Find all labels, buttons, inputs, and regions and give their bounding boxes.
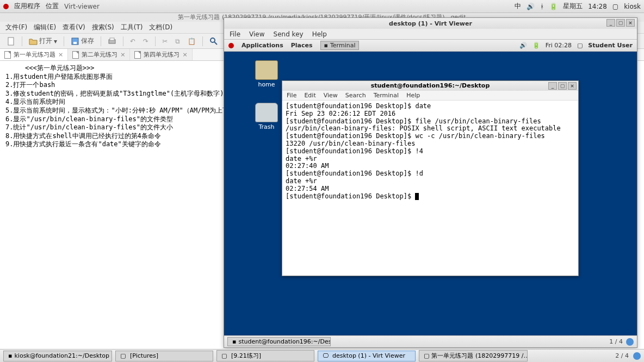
gedit-menu-file[interactable]: 文件(F) — [5, 23, 27, 32]
virt-menu-view[interactable]: View — [249, 30, 264, 38]
user-menu[interactable]: kiosk — [624, 3, 641, 10]
terminal-body[interactable]: [student@foundation196 Desktop]$ date Fr… — [282, 101, 578, 202]
folder-icon: ▢ — [120, 352, 128, 360]
battery-icon[interactable]: 🔋 — [532, 42, 540, 49]
show-desktop-icon[interactable] — [633, 352, 641, 360]
paste-button[interactable]: 📋 — [185, 36, 198, 46]
virt-menu-sendkey[interactable]: Send key — [274, 30, 304, 38]
cut-button[interactable]: ✂ — [160, 36, 170, 46]
doc-icon — [134, 51, 141, 59]
close-icon[interactable]: × — [58, 51, 63, 58]
user-icon: ▢ — [612, 3, 618, 10]
inner-menu-applications[interactable]: Applications — [242, 42, 283, 49]
tab-unit4[interactable]: 第四单元练习× — [130, 49, 192, 60]
display-icon: 🖵 — [323, 352, 330, 360]
doc-icon — [4, 51, 11, 59]
terminal-menu-help[interactable]: Help — [406, 92, 420, 99]
virt-viewer-window: desktop (1) - Virt Viewer _ ▢ × File Vie… — [224, 17, 637, 348]
inner-menu-terminal[interactable]: ▪ Terminal — [320, 41, 360, 50]
close-icon[interactable]: × — [182, 51, 187, 58]
clock-time[interactable]: 14:28 — [588, 3, 607, 10]
open-button[interactable]: 打开 ▾ — [27, 35, 59, 47]
terminal-icon: ▪ — [8, 352, 12, 360]
workspace-indicator[interactable]: 2 / 4 — [615, 352, 629, 359]
minimize-button[interactable]: _ — [548, 82, 557, 90]
menu-places[interactable]: 位置 — [46, 2, 59, 11]
gedit-menu-edit[interactable]: 编辑(E) — [34, 23, 56, 32]
menu-virtviewer[interactable]: Virt-viewer — [64, 3, 100, 10]
battery-icon[interactable]: 🔋 — [549, 3, 558, 10]
copy-button[interactable]: ⧉ — [173, 36, 182, 46]
task-virtviewer[interactable]: 🖵desktop (1) - Virt Viewer — [318, 351, 416, 361]
terminal-menu-terminal[interactable]: Terminal — [374, 92, 399, 99]
inner-clock[interactable]: Fri 02:28 — [546, 42, 572, 49]
terminal-menubar: File Edit View Search Terminal Help — [282, 91, 578, 101]
gedit-menu-tools[interactable]: 工具(T) — [121, 23, 143, 32]
virt-titlebar[interactable]: desktop (1) - Virt Viewer _ ▢ × — [224, 18, 637, 29]
terminal-menu-search[interactable]: Search — [345, 92, 366, 99]
gedit-menu-view[interactable]: 查看(V) — [63, 23, 85, 32]
virt-menu-file[interactable]: File — [230, 30, 240, 38]
svg-point-5 — [210, 38, 215, 42]
close-icon[interactable]: × — [120, 51, 125, 58]
minimize-button[interactable]: _ — [606, 19, 615, 27]
virt-menu-help[interactable]: Help — [312, 30, 327, 38]
outer-bottombar: ▪kiosk@foundation21:~/Desktop ▢[Pictures… — [0, 349, 644, 362]
redo-button[interactable]: ↷ — [141, 36, 151, 46]
inner-user-menu[interactable]: Student User — [588, 42, 633, 49]
inner-menu-places[interactable]: Places — [291, 42, 313, 49]
trash-icon[interactable]: Trash — [250, 103, 283, 130]
save-button[interactable]: 保存 — [69, 35, 96, 47]
close-button[interactable]: × — [568, 82, 577, 90]
task-gedit[interactable]: ▢第一单元练习题 (18202997719 /… — [419, 350, 528, 361]
svg-rect-4 — [110, 38, 114, 40]
task-921[interactable]: ▢[9.21练习] — [216, 350, 314, 361]
virt-menubar: File View Send key Help — [224, 29, 637, 40]
svg-rect-0 — [8, 38, 14, 45]
folder-icon: ▢ — [221, 352, 229, 360]
terminal-menu-edit[interactable]: Edit — [304, 92, 315, 99]
home-folder-icon[interactable]: home — [250, 60, 283, 88]
maximize-button[interactable]: ▢ — [558, 82, 567, 90]
redhat-icon — [3, 4, 9, 9]
task-pictures[interactable]: ▢[Pictures] — [115, 351, 213, 361]
terminal-titlebar[interactable]: student@foundation196:~/Desktop _ ▢ × — [282, 81, 578, 91]
svg-rect-2 — [73, 42, 77, 44]
inner-bottombar: ▪ student@foundation196:~/Desk... 1 / 4 — [224, 335, 637, 347]
close-button[interactable]: × — [626, 19, 635, 27]
cursor — [415, 193, 419, 200]
tab-unit1[interactable]: 第一单元练习题× — [0, 49, 68, 60]
print-button[interactable] — [106, 36, 119, 47]
bluetooth-icon[interactable]: ᚼ — [540, 3, 544, 10]
user-icon: ▢ — [577, 42, 583, 49]
volume-icon[interactable]: 🔊 — [527, 3, 535, 10]
workspace-indicator[interactable]: 1 / 4 — [609, 338, 623, 345]
task-terminal[interactable]: ▪kiosk@foundation21:~/Desktop — [3, 351, 112, 361]
gedit-menu-documents[interactable]: 文档(D) — [149, 23, 172, 32]
inner-terminal-window: student@foundation196:~/Desktop _ ▢ × Fi… — [282, 80, 579, 276]
doc-icon: ▢ — [424, 352, 429, 360]
undo-button[interactable]: ↶ — [128, 36, 138, 46]
outer-topbar: 应用程序 位置 Virt-viewer 中 🔊 ᚼ 🔋 星期五 14:28 ▢ … — [0, 0, 644, 13]
clock-day[interactable]: 星期五 — [563, 2, 583, 11]
redhat-icon — [228, 43, 234, 48]
inner-topbar: Applications Places ▪ Terminal 🔊 🔋 Fri 0… — [224, 40, 637, 52]
gedit-menu-search[interactable]: 搜索(S) — [92, 23, 114, 32]
maximize-button[interactable]: ▢ — [616, 19, 625, 27]
doc-icon — [72, 51, 79, 59]
volume-icon[interactable]: 🔊 — [519, 42, 527, 49]
inner-task-terminal[interactable]: ▪ student@foundation196:~/Desk... — [227, 337, 331, 346]
menu-applications[interactable]: 应用程序 — [14, 2, 40, 11]
terminal-menu-view[interactable]: View — [324, 92, 338, 99]
terminal-icon: ▪ — [232, 338, 236, 345]
terminal-icon: ▪ — [324, 42, 328, 49]
find-button[interactable] — [207, 36, 220, 47]
ime-indicator[interactable]: 中 — [515, 2, 521, 11]
terminal-menu-file[interactable]: File — [287, 92, 296, 99]
tab-unit2[interactable]: 第二单元练习× — [68, 49, 130, 60]
svg-line-6 — [214, 42, 217, 45]
inner-desktop[interactable]: home Trash student@foundation196:~/Deskt… — [224, 52, 637, 335]
show-desktop-icon[interactable] — [626, 338, 634, 346]
new-doc-button[interactable] — [4, 36, 17, 47]
